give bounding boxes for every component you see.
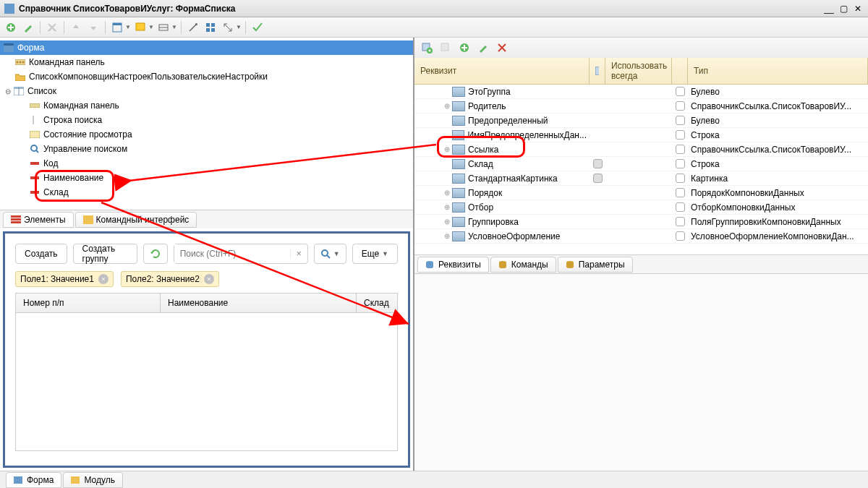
- expand-icon[interactable]: ⊕: [442, 102, 452, 110]
- expand-icon[interactable]: ⊕: [442, 203, 452, 211]
- delete-button[interactable]: [44, 20, 60, 35]
- checkbox[interactable]: [593, 174, 603, 183]
- expand-icon[interactable]: ⊕: [442, 145, 452, 153]
- checkbox[interactable]: [676, 87, 685, 96]
- tree-label: Склад: [43, 187, 69, 197]
- attr-row[interactable]: ЭтоГруппаБулево: [414, 85, 868, 99]
- movedown-button[interactable]: [85, 20, 101, 35]
- filter-chip[interactable]: Поле1: Значение1×: [15, 271, 114, 287]
- tree-item[interactable]: Командная панель: [0, 98, 413, 113]
- attr-type: ПорядокКомпоновкиДанных: [691, 188, 804, 198]
- col-type[interactable]: Тип: [688, 58, 868, 84]
- tree-label: Управление поиском: [43, 144, 127, 154]
- tree-warehouse[interactable]: Склад: [0, 185, 413, 200]
- attr-row[interactable]: ⊕СсылкаСправочникСсылка.СписокТоваровИУ.…: [414, 142, 868, 157]
- filter-chip[interactable]: Поле2: Значение2×: [121, 271, 219, 287]
- delete-attr-button[interactable]: [494, 40, 510, 56]
- link-button[interactable]: [185, 20, 201, 35]
- attr-row[interactable]: СтандартнаяКартинкаКартинка: [414, 171, 868, 186]
- attr-row[interactable]: ⊕ПорядокПорядокКомпоновкиДанных: [414, 186, 868, 200]
- attr-name: Отбор: [468, 202, 493, 213]
- checkbox[interactable]: [676, 217, 685, 226]
- attr-row[interactable]: ИмяПредопределенныхДан...Строка: [414, 128, 868, 142]
- expand-icon[interactable]: ⊕: [442, 218, 452, 226]
- add-button[interactable]: [3, 20, 19, 35]
- window-button[interactable]: [132, 20, 148, 35]
- tree-code[interactable]: Код: [0, 156, 413, 171]
- attributes-table[interactable]: Реквизит Использовать всегда Тип ЭтоГруп…: [414, 58, 868, 254]
- search-box[interactable]: ×: [174, 244, 308, 264]
- edit-attr-button[interactable]: [475, 40, 491, 56]
- checkbox[interactable]: [676, 231, 685, 241]
- layout-button[interactable]: [109, 20, 125, 35]
- resize-button[interactable]: [220, 20, 236, 35]
- attr-row[interactable]: ПредопределенныйБулево: [414, 114, 868, 128]
- refresh-button[interactable]: [143, 244, 168, 264]
- grid-button[interactable]: [203, 20, 218, 35]
- clear-search-button[interactable]: ×: [290, 249, 307, 259]
- tab-attrs[interactable]: Реквизиты: [417, 257, 489, 273]
- svg-rect-21: [30, 131, 40, 138]
- attr-row[interactable]: ⊕ОтборОтборКомпоновкиДанных: [414, 200, 868, 215]
- tree-name[interactable]: Наименование: [0, 171, 413, 185]
- col-name[interactable]: Наименование: [161, 294, 357, 312]
- attr-name: Ссылка: [468, 145, 498, 155]
- tab-form[interactable]: Форма: [6, 472, 61, 488]
- attr-row[interactable]: СкладСтрока: [414, 157, 868, 171]
- add-green-button[interactable]: [456, 40, 472, 56]
- moveup-button[interactable]: [68, 20, 84, 35]
- col-check2[interactable]: [672, 58, 688, 84]
- checkbox[interactable]: [676, 130, 685, 140]
- tab-params[interactable]: Параметры: [558, 257, 633, 273]
- checkbox[interactable]: [593, 159, 603, 168]
- col-usealways[interactable]: Использовать всегда: [605, 58, 672, 84]
- tab-cmdiface[interactable]: Командный интерфейс: [75, 212, 197, 228]
- col-number[interactable]: Номер п/п: [16, 294, 161, 312]
- collapse-icon[interactable]: ⊖: [3, 86, 13, 96]
- search-input[interactable]: [174, 244, 290, 263]
- close-button[interactable]: ✕: [852, 4, 864, 14]
- remove-filter-icon[interactable]: ×: [98, 274, 109, 284]
- tab-module[interactable]: Модуль: [63, 472, 123, 488]
- attr-row[interactable]: ⊕УсловноеОформлениеУсловноеОформлениеКом…: [414, 229, 868, 244]
- attr-row[interactable]: ⊕ГруппировкаПоляГруппировкиКомпоновкиДан…: [414, 215, 868, 229]
- create-button[interactable]: Создать: [15, 244, 67, 264]
- attr-toolbar: [414, 38, 868, 58]
- tree-item[interactable]: Состояние просмотра: [0, 127, 413, 142]
- add-col-button[interactable]: [438, 40, 454, 56]
- tree-list[interactable]: ⊖ Список: [0, 84, 413, 98]
- creategroup-button[interactable]: Создать группу: [73, 244, 137, 264]
- minimize-button[interactable]: __: [823, 4, 835, 14]
- tree-composer[interactable]: СписокКомпоновщикНастроекПользовательски…: [0, 69, 413, 84]
- col-check[interactable]: [590, 58, 605, 84]
- more-button[interactable]: Еще▼: [352, 244, 398, 264]
- remove-filter-icon[interactable]: ×: [204, 274, 214, 284]
- add-attr-button[interactable]: [419, 40, 435, 56]
- checkbox[interactable]: [676, 101, 685, 111]
- attr-row[interactable]: ⊕РодительСправочникСсылка.СписокТоваровИ…: [414, 99, 868, 114]
- checkbox[interactable]: [676, 202, 685, 212]
- col-warehouse[interactable]: Склад: [357, 294, 397, 312]
- panel-button[interactable]: [156, 20, 171, 35]
- checkbox[interactable]: [676, 159, 685, 168]
- tab-cmds[interactable]: Команды: [490, 257, 556, 273]
- checkbox[interactable]: [676, 188, 685, 197]
- search-button[interactable]: ▼: [314, 244, 346, 264]
- check-button[interactable]: [250, 20, 265, 35]
- checkbox[interactable]: [676, 145, 685, 154]
- tab-elements[interactable]: Элементы: [3, 212, 74, 228]
- expand-icon[interactable]: ⊕: [442, 232, 452, 240]
- edit-button[interactable]: [20, 20, 36, 35]
- tree-root[interactable]: Форма: [0, 40, 413, 55]
- checkbox[interactable]: [676, 174, 685, 183]
- field-icon: [29, 187, 41, 197]
- maximize-button[interactable]: ▢: [838, 4, 849, 14]
- elements-tree[interactable]: Форма Командная панель СписокКомпоновщик…: [0, 38, 413, 210]
- preview-table: Номер п/п Наименование Склад: [15, 293, 398, 451]
- tree-item[interactable]: Строка поиска: [0, 113, 413, 127]
- expand-icon[interactable]: ⊕: [442, 189, 452, 197]
- tree-cmdpanel[interactable]: Командная панель: [0, 55, 413, 69]
- col-attribute[interactable]: Реквизит: [414, 58, 590, 84]
- tree-item[interactable]: Управление поиском: [0, 142, 413, 156]
- checkbox[interactable]: [676, 116, 685, 125]
